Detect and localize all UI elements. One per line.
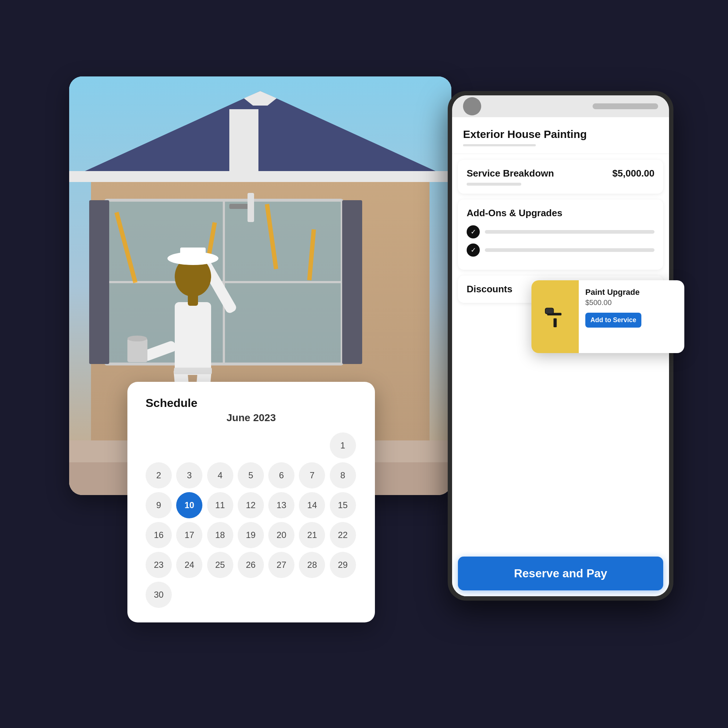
svg-point-27: [127, 336, 147, 341]
addons-section: Add-Ons & Upgrades ✓ ✓: [458, 199, 663, 270]
svg-rect-38: [546, 308, 553, 314]
cal-day-29[interactable]: 29: [330, 552, 356, 578]
breakdown-label: Service Breakdown: [466, 168, 554, 179]
cal-day-22[interactable]: 22: [330, 522, 356, 548]
cal-day-18[interactable]: 18: [207, 522, 233, 548]
check-icon-2: ✓: [466, 243, 480, 257]
cal-day-3[interactable]: 3: [176, 462, 202, 488]
cal-day-2[interactable]: 2: [145, 462, 172, 488]
discounts-label: Discounts: [466, 284, 512, 294]
cal-empty: [176, 433, 202, 459]
camera-icon: [463, 97, 481, 115]
svg-rect-26: [127, 338, 147, 362]
service-title: Exterior House Painting: [463, 128, 658, 141]
upgrade-info: Paint Upgrade $500.00 Add to Service: [579, 280, 684, 353]
paint-roller-icon: [542, 304, 568, 329]
svg-rect-11: [89, 200, 109, 364]
cal-day-20[interactable]: 20: [268, 522, 294, 548]
cal-empty: [299, 433, 325, 459]
cal-day-23[interactable]: 23: [145, 552, 172, 578]
svg-rect-12: [342, 200, 362, 364]
calendar-grid: 1234567891011121314151617181920212223242…: [145, 433, 357, 608]
cal-day-15[interactable]: 15: [330, 492, 356, 518]
svg-rect-32: [180, 248, 206, 261]
cal-day-19[interactable]: 19: [238, 522, 264, 548]
calendar-card: Schedule June 2023 123456789101112131415…: [127, 382, 375, 622]
addon-line-2: [485, 248, 655, 252]
cal-day-4[interactable]: 4: [207, 462, 233, 488]
addons-title: Add-Ons & Upgrades: [466, 208, 655, 219]
cal-day-27[interactable]: 27: [268, 552, 294, 578]
cal-day-16[interactable]: 16: [145, 522, 172, 548]
cal-day-1[interactable]: 1: [330, 433, 356, 459]
svg-rect-23: [175, 302, 211, 375]
service-breakdown-card: Service Breakdown $5,000.00: [458, 160, 663, 194]
upgrade-card: Paint Upgrade $500.00 Add to Service: [531, 280, 684, 353]
cal-empty: [268, 433, 294, 459]
cal-day-6[interactable]: 6: [268, 462, 294, 488]
svg-rect-34: [248, 193, 254, 222]
cal-day-14[interactable]: 14: [299, 492, 325, 518]
cal-day-25[interactable]: 25: [207, 552, 233, 578]
upgrade-image: [531, 280, 579, 353]
addon-line-1: [485, 230, 655, 234]
cal-day-5[interactable]: 5: [238, 462, 264, 488]
cal-day-8[interactable]: 8: [330, 462, 356, 488]
addon-item-1: ✓: [466, 225, 655, 239]
breakdown-price: $5,000.00: [612, 168, 655, 179]
svg-rect-7: [229, 109, 258, 175]
cal-day-24[interactable]: 24: [176, 552, 202, 578]
upgrade-price: $500.00: [585, 298, 678, 307]
breakdown-subtitle: [466, 183, 521, 186]
cal-empty: [238, 433, 264, 459]
cal-day-12[interactable]: 12: [238, 492, 264, 518]
cal-day-11[interactable]: 11: [207, 492, 233, 518]
addon-item-2: ✓: [466, 243, 655, 257]
cal-day-17[interactable]: 17: [176, 522, 202, 548]
cal-day-9[interactable]: 9: [145, 492, 172, 518]
title-underline: [463, 144, 536, 146]
cal-empty: [207, 433, 233, 459]
calendar-month: June 2023: [145, 412, 357, 424]
check-icon-1: ✓: [466, 225, 480, 239]
cal-day-13[interactable]: 13: [268, 492, 294, 518]
phone-status-bar: [452, 95, 669, 117]
calendar-title: Schedule: [145, 396, 357, 410]
svg-rect-35: [554, 318, 557, 327]
scene: Exterior House Painting Service Breakdow…: [55, 55, 673, 673]
cal-day-28[interactable]: 28: [299, 552, 325, 578]
svg-rect-24: [174, 368, 212, 374]
phone-content-area: Exterior House Painting Service Breakdow…: [452, 117, 669, 596]
cal-day-21[interactable]: 21: [299, 522, 325, 548]
status-bar-indicator: [593, 103, 658, 109]
cal-day-10[interactable]: 10: [176, 492, 202, 518]
service-title-section: Exterior House Painting: [452, 117, 669, 154]
cal-day-7[interactable]: 7: [299, 462, 325, 488]
upgrade-name: Paint Upgrade: [585, 288, 678, 297]
cal-day-26[interactable]: 26: [238, 552, 264, 578]
cal-day-30[interactable]: 30: [145, 582, 172, 608]
add-to-service-button[interactable]: Add to Service: [585, 313, 641, 327]
cal-empty: [145, 433, 172, 459]
breakdown-row: Service Breakdown $5,000.00: [466, 168, 655, 179]
reserve-pay-button[interactable]: Reserve and Pay: [458, 557, 663, 590]
svg-rect-5: [69, 171, 451, 182]
